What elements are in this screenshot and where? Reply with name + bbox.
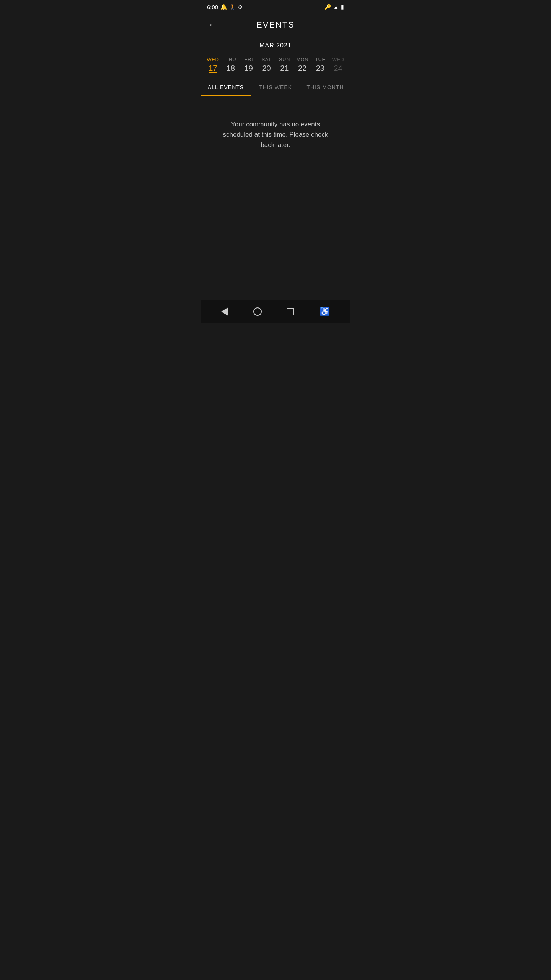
day-name-7: WED: [332, 57, 344, 62]
day-name-5: MON: [296, 57, 308, 62]
day-name-4: SUN: [279, 57, 290, 62]
month-label: MAR 2021: [201, 36, 350, 52]
tab-this-month-label: THIS MONTH: [306, 84, 344, 90]
empty-state-message: Your community has no events scheduled a…: [216, 119, 335, 150]
day-item-wed17[interactable]: WED 17: [204, 57, 221, 73]
day-item-sun21[interactable]: SUN 21: [276, 57, 293, 73]
day-item-wed24[interactable]: WED 24: [330, 57, 347, 73]
header: ← EVENTS: [201, 14, 350, 36]
day-num-5: 22: [298, 64, 306, 73]
wifi-icon: ▲: [333, 4, 339, 10]
day-num-4: 21: [280, 64, 289, 73]
circle-icon: [253, 307, 262, 316]
day-name-2: FRI: [245, 57, 253, 62]
day-num-1: 18: [227, 64, 235, 73]
day-name-1: THU: [225, 57, 236, 62]
status-time: 6:00: [207, 4, 218, 10]
person-icon: 🚶: [229, 4, 236, 10]
status-left: 6:00 🔔 🚶 ⊙: [207, 4, 243, 10]
nav-accessibility-button[interactable]: ♿: [316, 304, 333, 320]
nav-recents-button[interactable]: [284, 305, 297, 318]
status-right: 🔑 ▲ ▮: [324, 4, 344, 10]
day-item-mon22[interactable]: MON 22: [294, 57, 311, 73]
day-num-7: 24: [334, 64, 342, 73]
day-strip: WED 17 THU 18 FRI 19 SAT 20 SUN 21 MON 2…: [201, 52, 350, 77]
day-num-0: 17: [209, 64, 217, 73]
battery-icon: ▮: [341, 4, 344, 10]
empty-state: Your community has no events scheduled a…: [201, 96, 350, 300]
tab-this-month[interactable]: THIS MONTH: [300, 79, 350, 96]
notification-icon: 🔔: [220, 4, 227, 10]
key-icon: 🔑: [324, 4, 331, 10]
nav-back-button[interactable]: [218, 304, 231, 319]
accessibility-icon: ♿: [320, 307, 330, 317]
back-arrow-icon: ←: [209, 20, 217, 30]
tab-all-events[interactable]: ALL EVENTS: [201, 79, 251, 96]
day-item-thu18[interactable]: THU 18: [222, 57, 239, 73]
day-num-6: 23: [316, 64, 324, 73]
day-name-3: SAT: [262, 57, 272, 62]
day-item-sat20[interactable]: SAT 20: [258, 57, 275, 73]
at-icon: ⊙: [238, 4, 243, 10]
day-name-0: WED: [207, 57, 219, 62]
day-name-6: TUE: [315, 57, 326, 62]
triangle-icon: [221, 307, 228, 316]
page-title: EVENTS: [256, 20, 295, 30]
tab-all-events-label: ALL EVENTS: [208, 84, 244, 90]
nav-home-button[interactable]: [250, 304, 265, 319]
square-icon: [287, 308, 294, 315]
day-item-fri19[interactable]: FRI 19: [240, 57, 257, 73]
day-num-2: 19: [245, 64, 253, 73]
bottom-nav: ♿: [201, 300, 350, 323]
status-bar: 6:00 🔔 🚶 ⊙ 🔑 ▲ ▮: [201, 0, 350, 14]
day-num-3: 20: [262, 64, 271, 73]
day-item-tue23[interactable]: TUE 23: [312, 57, 329, 73]
tabs-container: ALL EVENTS THIS WEEK THIS MONTH: [201, 79, 350, 96]
tab-this-week[interactable]: THIS WEEK: [251, 79, 300, 96]
back-button[interactable]: ←: [209, 20, 217, 30]
tab-this-week-label: THIS WEEK: [259, 84, 292, 90]
